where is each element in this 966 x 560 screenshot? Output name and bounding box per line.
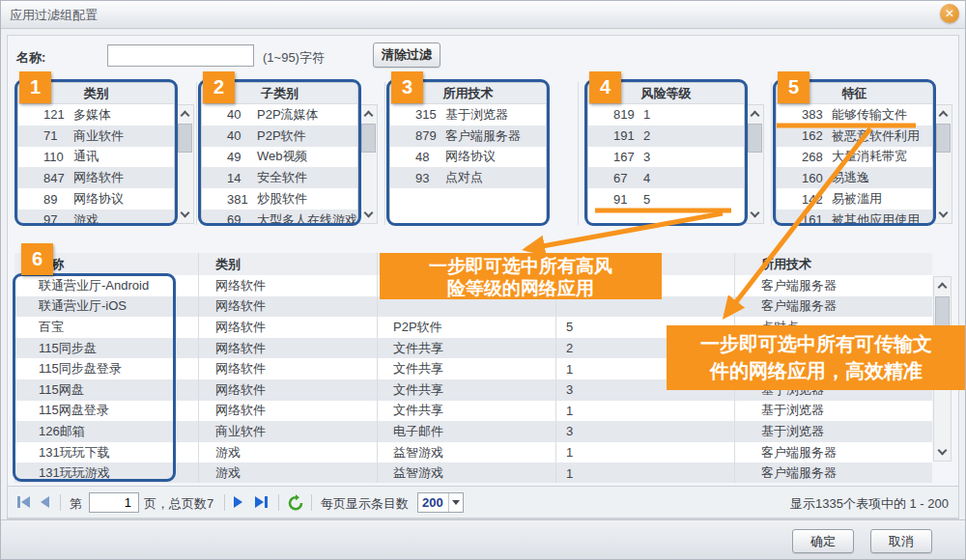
dropdown-button[interactable] bbox=[448, 493, 463, 512]
list-item[interactable]: 383能够传输文件 bbox=[777, 104, 932, 126]
scroll-down-button[interactable] bbox=[177, 207, 193, 223]
cell: 3 bbox=[555, 421, 734, 442]
table-row[interactable]: 126邮箱商业软件电子邮件3基于浏览器 bbox=[14, 421, 932, 442]
table-row[interactable]: 131玩玩下载游戏益智游戏1客户端服务器 bbox=[14, 442, 932, 463]
cell: 联通营业厅-Android bbox=[14, 275, 198, 296]
list-item[interactable]: 49Web视频 bbox=[202, 147, 357, 168]
page-number-input[interactable] bbox=[89, 492, 139, 513]
list-item[interactable]: 915 bbox=[588, 188, 744, 210]
list-item[interactable]: 161被其他应用使用 bbox=[777, 210, 932, 224]
cell: 131玩玩下载 bbox=[14, 442, 198, 463]
clear-filter-button[interactable]: 清除过滤 bbox=[373, 42, 440, 68]
separator bbox=[224, 494, 225, 511]
list-item[interactable]: 674 bbox=[588, 167, 744, 188]
column-separator bbox=[196, 82, 197, 225]
table-row[interactable]: 115网盘登录网络软件文件共享1基于浏览器 bbox=[14, 401, 932, 422]
table-row[interactable]: 131玩玩游戏游戏益智游戏1客户端服务器 bbox=[14, 462, 932, 483]
close-button[interactable]: ✕ bbox=[940, 4, 959, 23]
cell: 网络软件 bbox=[198, 401, 377, 422]
first-page-icon bbox=[17, 496, 20, 508]
name-input[interactable] bbox=[107, 44, 254, 67]
item-label: 5 bbox=[643, 192, 744, 207]
close-icon: ✕ bbox=[945, 7, 954, 20]
list-item[interactable]: 847网络软件 bbox=[18, 167, 174, 188]
scroll-thumb[interactable] bbox=[936, 124, 951, 153]
prev-page-button[interactable] bbox=[41, 496, 49, 508]
list-item[interactable]: 162被恶意软件利用 bbox=[777, 126, 932, 147]
name-length-hint: (1~95)字符 bbox=[263, 49, 325, 67]
scroll-up-button[interactable] bbox=[934, 277, 951, 294]
scroll-down-button[interactable] bbox=[360, 207, 377, 223]
list-item[interactable]: 121多媒体 bbox=[18, 104, 174, 126]
list-item[interactable]: 89网络协议 bbox=[18, 188, 174, 210]
first-page-button[interactable] bbox=[17, 496, 30, 508]
separator bbox=[311, 494, 312, 511]
item-count: 40 bbox=[227, 107, 257, 122]
scrollbar[interactable] bbox=[934, 104, 952, 224]
first-page-arrow-icon bbox=[21, 496, 30, 508]
list-item[interactable]: 71商业软件 bbox=[18, 126, 174, 147]
last-page-icon bbox=[265, 496, 268, 508]
list-item[interactable]: 69大型多人在线游戏 bbox=[202, 210, 357, 224]
scroll-up-button[interactable] bbox=[177, 105, 193, 122]
item-count: 91 bbox=[613, 192, 643, 207]
list-item[interactable]: 268大量消耗带宽 bbox=[777, 147, 932, 168]
scroll-down-button[interactable] bbox=[747, 207, 763, 223]
item-label: P2P软件 bbox=[257, 127, 357, 145]
cell: 联通营业厅-iOS bbox=[14, 296, 198, 318]
list-item[interactable]: 14安全软件 bbox=[202, 167, 357, 188]
list-item[interactable]: 40P2P软件 bbox=[202, 126, 357, 147]
cancel-button[interactable]: 取消 bbox=[870, 529, 932, 553]
list-item[interactable]: 93点对点 bbox=[390, 167, 546, 188]
list-item[interactable]: 8191 bbox=[588, 104, 744, 126]
scroll-up-button[interactable] bbox=[747, 105, 763, 122]
scroll-thumb[interactable] bbox=[361, 124, 376, 153]
list-item[interactable]: 879客户端服务器 bbox=[390, 126, 546, 147]
scroll-up-button[interactable] bbox=[935, 105, 952, 122]
list-item[interactable]: 97游戏 bbox=[18, 210, 174, 224]
item-label: 1 bbox=[643, 107, 744, 122]
list-item[interactable]: 110通讯 bbox=[18, 147, 174, 168]
list-item[interactable]: 160易逃逸 bbox=[777, 167, 932, 188]
last-page-button[interactable] bbox=[255, 496, 268, 508]
ok-button[interactable]: 确定 bbox=[792, 529, 854, 553]
item-label: 通讯 bbox=[73, 148, 174, 165]
cell: P2P软件 bbox=[377, 317, 555, 338]
list-item[interactable]: 1912 bbox=[588, 126, 744, 147]
item-label: 2 bbox=[643, 128, 744, 143]
pagination-bar: 第 页，总页数7 每页显示条目数 200 显示1335个表项中的 1 - 200 bbox=[7, 486, 959, 518]
cell: 文件共享 bbox=[377, 338, 555, 359]
scrollbar[interactable] bbox=[176, 104, 194, 224]
chevron-up-icon bbox=[181, 111, 190, 121]
page-size-select[interactable]: 200 bbox=[417, 492, 464, 513]
chevron-down-icon bbox=[751, 209, 760, 218]
column-separator bbox=[771, 82, 772, 225]
scroll-thumb[interactable] bbox=[748, 124, 762, 153]
dialog-titlebar: 应用过滤组配置 ✕ bbox=[0, 0, 966, 29]
list-item[interactable]: 142易被滥用 bbox=[777, 188, 932, 210]
refresh-button[interactable] bbox=[287, 494, 304, 512]
scrollbar[interactable] bbox=[746, 104, 764, 224]
cell: 文件共享 bbox=[377, 401, 555, 422]
list-item[interactable]: 381炒股软件 bbox=[202, 188, 357, 210]
list-item[interactable]: 315基于浏览器 bbox=[390, 104, 546, 126]
scrollbar[interactable] bbox=[359, 104, 378, 224]
scroll-up-button[interactable] bbox=[360, 105, 377, 122]
item-count: 121 bbox=[43, 107, 73, 122]
cell: 115网盘 bbox=[14, 379, 198, 401]
callout-risk-level: 一步即可选中所有高风 险等级的网络应用 bbox=[380, 253, 662, 299]
scroll-down-button[interactable] bbox=[935, 207, 952, 223]
list-item[interactable]: 40P2P流媒体 bbox=[202, 104, 357, 126]
list-item[interactable]: 1673 bbox=[588, 147, 744, 168]
cell: 基于浏览器 bbox=[734, 421, 932, 442]
scroll-down-button[interactable] bbox=[934, 444, 951, 461]
item-count: 71 bbox=[43, 128, 73, 143]
list-item[interactable]: 48网络协议 bbox=[390, 147, 546, 168]
page-total-label: 页，总页数7 bbox=[144, 495, 213, 513]
cell: 游戏 bbox=[198, 442, 377, 463]
cell: 1 bbox=[555, 442, 734, 463]
scroll-thumb[interactable] bbox=[178, 124, 192, 153]
next-page-button[interactable] bbox=[234, 496, 242, 508]
separator bbox=[278, 494, 279, 511]
cell: 网络软件 bbox=[198, 317, 377, 338]
